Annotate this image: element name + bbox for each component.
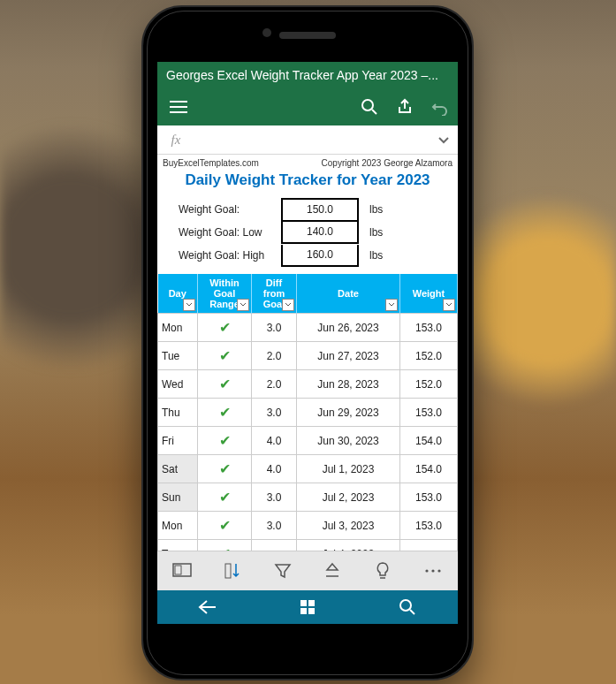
cell-weight[interactable]: 153.0 xyxy=(400,314,458,342)
cell-in-range[interactable]: ✔ xyxy=(198,455,252,483)
cell-day[interactable]: Sun xyxy=(158,483,198,512)
cell-weight[interactable]: 154.0 xyxy=(400,455,458,483)
cell-date[interactable]: Jun 27, 2023 xyxy=(297,342,400,370)
svg-point-5 xyxy=(431,569,434,572)
cell-date[interactable]: Jul 1, 2023 xyxy=(297,455,400,483)
cell-diff[interactable]: 3.0 xyxy=(252,314,297,342)
check-icon: ✔ xyxy=(219,320,231,335)
goal-value-cell[interactable]: 150.0 xyxy=(281,198,359,222)
table-row[interactable]: Tue✔2.0Jun 27, 2023152.0 xyxy=(158,342,458,370)
cell-in-range[interactable]: ✔ xyxy=(198,370,252,399)
check-icon: ✔ xyxy=(219,490,231,505)
cell-diff[interactable]: 3.0 xyxy=(252,512,297,540)
sheet-view-button[interactable] xyxy=(163,563,202,579)
ideas-button[interactable] xyxy=(363,562,402,580)
cell-weight[interactable]: 154.0 xyxy=(400,427,458,455)
filter-dropdown-icon[interactable] xyxy=(183,299,195,311)
os-search-button[interactable] xyxy=(381,598,434,616)
more-button[interactable] xyxy=(414,568,452,574)
table-row[interactable]: Mon✔3.0Jul 3, 2023153.0 xyxy=(158,512,458,540)
cell-day[interactable]: Wed xyxy=(158,370,198,399)
cell-date[interactable]: Jul 3, 2023 xyxy=(297,512,400,540)
formula-bar: fx xyxy=(157,125,458,155)
cell-in-range[interactable]: ✔ xyxy=(198,427,252,455)
os-nav-bar xyxy=(157,590,458,624)
undo-button[interactable] xyxy=(422,98,458,116)
cell-diff[interactable]: 3.0 xyxy=(252,483,297,512)
cell-date[interactable]: Jun 30, 2023 xyxy=(297,427,400,455)
cell-weight[interactable]: 153.0 xyxy=(400,483,458,512)
cell-date[interactable]: Jun 26, 2023 xyxy=(297,314,400,342)
cell-in-range[interactable]: ✔ xyxy=(198,399,252,427)
phone-speaker xyxy=(279,32,336,39)
goal-low-cell[interactable]: 140.0 xyxy=(281,222,359,244)
cell-diff[interactable]: 4.0 xyxy=(252,427,297,455)
search-button[interactable] xyxy=(352,98,387,116)
column-header[interactable]: Weight xyxy=(400,274,458,314)
home-button[interactable] xyxy=(281,599,334,615)
formula-expand-button[interactable] xyxy=(430,133,458,146)
toolbar xyxy=(157,88,458,125)
filter-dropdown-icon[interactable] xyxy=(237,299,249,311)
spreadsheet-content[interactable]: BuyExcelTemplates.com Copyright 2023 Geo… xyxy=(157,155,458,568)
cell-in-range[interactable]: ✔ xyxy=(198,512,252,540)
cell-date[interactable]: Jun 28, 2023 xyxy=(297,370,400,399)
column-header[interactable]: Day xyxy=(158,274,198,314)
cell-weight[interactable]: 152.0 xyxy=(400,342,458,370)
svg-rect-7 xyxy=(300,600,307,606)
back-button[interactable] xyxy=(181,599,234,615)
cell-in-range[interactable]: ✔ xyxy=(198,483,252,512)
cell-weight[interactable]: 153.0 xyxy=(400,512,458,540)
column-header[interactable]: Date xyxy=(297,274,400,314)
cell-diff[interactable]: 2.0 xyxy=(252,342,297,370)
cell-diff[interactable]: 3.0 xyxy=(252,399,297,427)
svg-rect-2 xyxy=(175,566,181,574)
fill-button[interactable] xyxy=(313,562,352,580)
table-row[interactable]: Fri✔4.0Jun 30, 2023154.0 xyxy=(158,427,458,455)
column-header[interactable]: DifffromGoal xyxy=(252,274,297,314)
check-icon: ✔ xyxy=(219,376,231,391)
filter-dropdown-icon[interactable] xyxy=(282,299,294,311)
table-row[interactable]: Wed✔2.0Jun 28, 2023152.0 xyxy=(158,370,458,399)
cell-day[interactable]: Sat xyxy=(158,455,198,483)
goals-block: Weight Goal: 150.0 lbs Weight Goal: Low … xyxy=(157,196,458,274)
cell-weight[interactable]: 152.0 xyxy=(400,370,458,399)
share-button[interactable] xyxy=(387,98,422,116)
cell-day[interactable]: Mon xyxy=(158,314,198,342)
check-icon: ✔ xyxy=(219,348,231,363)
phone-camera xyxy=(262,28,271,37)
goal-unit: lbs xyxy=(359,249,383,262)
filter-dropdown-icon[interactable] xyxy=(443,299,455,311)
cell-day[interactable]: Fri xyxy=(158,427,198,455)
screen: Georges Excel Weight Tracker App Year 20… xyxy=(157,62,458,624)
sort-button[interactable] xyxy=(213,562,252,580)
svg-point-4 xyxy=(425,569,428,572)
cell-diff[interactable]: 2.0 xyxy=(252,370,297,399)
cell-diff[interactable]: 4.0 xyxy=(252,455,297,483)
goal-high-cell[interactable]: 160.0 xyxy=(281,245,359,267)
table-row[interactable]: Sun✔3.0Jul 2, 2023153.0 xyxy=(158,483,458,512)
app-title: Georges Excel Weight Tracker App Year 20… xyxy=(157,62,458,88)
menu-button[interactable] xyxy=(170,101,187,113)
goal-unit: lbs xyxy=(359,226,383,239)
table-row[interactable]: Sat✔4.0Jul 1, 2023154.0 xyxy=(158,455,458,483)
table-row[interactable]: Thu✔3.0Jun 29, 2023153.0 xyxy=(158,399,458,427)
formula-input[interactable] xyxy=(194,125,430,154)
table-row[interactable]: Mon✔3.0Jun 26, 2023153.0 xyxy=(158,314,458,342)
column-header[interactable]: WithinGoalRange xyxy=(198,274,252,314)
cell-in-range[interactable]: ✔ xyxy=(198,342,252,370)
check-icon: ✔ xyxy=(219,405,231,420)
cell-date[interactable]: Jul 2, 2023 xyxy=(297,483,400,512)
data-table[interactable]: DayWithinGoalRangeDifffromGoalDateWeight… xyxy=(157,274,458,568)
cell-day[interactable]: Mon xyxy=(158,512,198,540)
cell-in-range[interactable]: ✔ xyxy=(198,314,252,342)
goal-unit: lbs xyxy=(359,203,383,216)
cell-date[interactable]: Jun 29, 2023 xyxy=(297,399,400,427)
cell-day[interactable]: Thu xyxy=(158,399,198,427)
cell-weight[interactable]: 153.0 xyxy=(400,399,458,427)
filter-button[interactable] xyxy=(263,562,302,580)
check-icon: ✔ xyxy=(219,433,231,448)
cell-day[interactable]: Tue xyxy=(158,342,198,370)
filter-dropdown-icon[interactable] xyxy=(385,299,398,311)
check-icon: ✔ xyxy=(219,518,231,533)
